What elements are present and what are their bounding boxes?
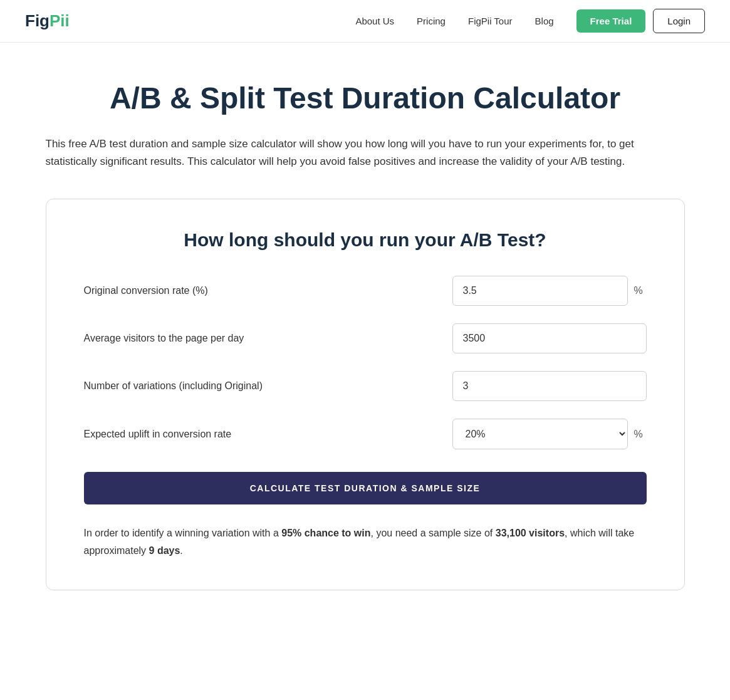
visitors-row: Average visitors to the page per day (84, 323, 647, 353)
conversion-rate-input[interactable] (452, 276, 628, 306)
calculator-heading: How long should you run your A/B Test? (84, 229, 647, 251)
uplift-row: Expected uplift in conversion rate 5% 10… (84, 419, 647, 449)
nav-pricing[interactable]: Pricing (417, 16, 446, 26)
result-text: In order to identify a winning variation… (84, 525, 647, 560)
variations-row: Number of variations (including Original… (84, 371, 647, 401)
nav-tour[interactable]: FigPii Tour (468, 16, 513, 26)
result-end: . (180, 545, 182, 556)
result-prefix: In order to identify a winning variation… (84, 528, 282, 538)
intro-paragraph: This free A/B test duration and sample s… (46, 135, 685, 172)
conversion-rate-row: Original conversion rate (%) % (84, 276, 647, 306)
conversion-rate-unit: % (634, 285, 647, 296)
main-content: A/B & Split Test Duration Calculator Thi… (21, 43, 710, 628)
logo-pii: Pii (50, 11, 70, 31)
calculator-card: How long should you run your A/B Test? O… (46, 199, 685, 590)
nav-about[interactable]: About Us (355, 16, 394, 26)
navbar: FigPii About Us Pricing FigPii Tour Blog… (0, 0, 730, 43)
uplift-unit: % (634, 429, 647, 440)
visitors-input[interactable] (452, 323, 647, 353)
login-button[interactable]: Login (653, 9, 705, 33)
conversion-rate-input-group: % (452, 276, 647, 306)
result-days: 9 days (149, 545, 180, 556)
uplift-input-group: 5% 10% 15% 20% 25% 30% 40% 50% % (452, 419, 647, 449)
nav-links: About Us Pricing FigPii Tour Blog (355, 16, 553, 26)
nav-blog[interactable]: Blog (535, 16, 554, 26)
page-title: A/B & Split Test Duration Calculator (46, 80, 685, 117)
uplift-label: Expected uplift in conversion rate (84, 429, 440, 440)
calculate-button[interactable]: CALCULATE TEST DURATION & SAMPLE SIZE (84, 472, 647, 504)
uplift-select[interactable]: 5% 10% 15% 20% 25% 30% 40% 50% (452, 419, 628, 449)
visitors-label: Average visitors to the page per day (84, 333, 440, 344)
free-trial-button[interactable]: Free Trial (576, 9, 646, 33)
variations-label: Number of variations (including Original… (84, 380, 440, 392)
logo-fig: Fig (25, 11, 50, 31)
variations-input[interactable] (452, 371, 647, 401)
logo[interactable]: FigPii (25, 11, 70, 31)
visitors-input-group (452, 323, 647, 353)
result-sample: 33,100 visitors (496, 528, 565, 538)
conversion-rate-label: Original conversion rate (%) (84, 285, 440, 296)
result-chance: 95% chance to win (281, 528, 370, 538)
variations-input-group (452, 371, 647, 401)
result-middle: , you need a sample size of (371, 528, 496, 538)
